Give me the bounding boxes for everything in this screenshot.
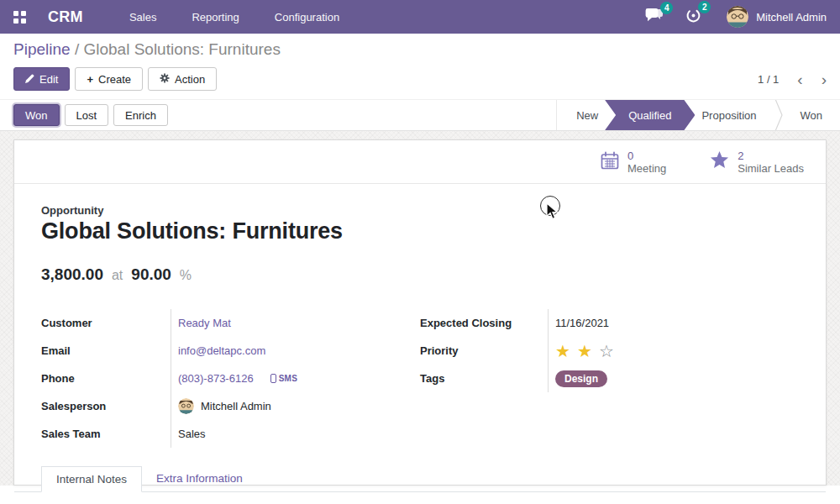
priority-star[interactable]: ☆ [599, 343, 614, 360]
amount-value: 3,800.00 [41, 265, 103, 284]
probability-value: 90.00 [131, 265, 171, 284]
phone-label: Phone [41, 365, 171, 392]
activities-button[interactable]: 2 [685, 8, 701, 27]
stage-proposition[interactable]: Proposition [684, 100, 774, 130]
priority-star[interactable]: ★ [555, 343, 570, 360]
breadcrumb: Pipeline / Global Solutions: Furnitures [13, 40, 827, 59]
calendar-icon [601, 151, 619, 173]
breadcrumb-separator: / [71, 40, 84, 58]
tab-extra-information[interactable]: Extra Information [142, 466, 257, 491]
notebook-tabs: Internal Notes Extra Information [14, 466, 826, 492]
expected-closing-value[interactable]: 11/16/2021 [555, 317, 609, 329]
sms-button[interactable]: SMS [270, 374, 298, 383]
stage-pipeline: New Qualified Proposition Won [556, 100, 840, 130]
record-type-label: Opportunity [41, 204, 799, 217]
messages-badge: 4 [660, 2, 673, 14]
salesperson-value[interactable]: Mitchell Admin [201, 400, 271, 412]
tab-internal-notes[interactable]: Internal Notes [41, 466, 142, 492]
percent-sign: % [180, 268, 192, 283]
sales-team-label: Sales Team [41, 420, 171, 448]
email-value[interactable]: info@deltapc.com [178, 344, 265, 357]
user-avatar[interactable] [727, 6, 748, 28]
opportunity-title: Global Solutions: Furnitures [41, 218, 799, 244]
at-label: at [112, 268, 123, 283]
meeting-label: Meeting [627, 162, 666, 175]
control-panel-buttons: Edit + Create Action 1 / 1 ‹ [13, 67, 827, 91]
pencil-icon [25, 73, 34, 86]
lost-button[interactable]: Lost [65, 104, 109, 126]
app-name[interactable]: CRM [48, 8, 83, 26]
enrich-button[interactable]: Enrich [113, 104, 168, 126]
action-button[interactable]: Action [148, 67, 217, 91]
expected-revenue: 3,800.00 at 90.00 % [41, 265, 799, 284]
priority-label: Priority [420, 337, 549, 365]
edit-button[interactable]: Edit [13, 67, 70, 91]
star-icon [710, 151, 729, 173]
priority-star[interactable]: ★ [577, 343, 592, 360]
salesperson-avatar [178, 398, 194, 414]
won-button[interactable]: Won [13, 104, 60, 126]
menu-reporting[interactable]: Reporting [174, 11, 256, 24]
salesperson-label: Salesperson [41, 392, 171, 420]
gear-icon [160, 73, 170, 86]
similar-leads-label: Similar Leads [738, 162, 804, 175]
stage-separator-icon [774, 100, 783, 130]
sales-team-value[interactable]: Sales [178, 428, 206, 440]
top-navbar: CRM Sales Reporting Configuration 4 2 [0, 0, 840, 34]
opportunity-sheet: 0 Meeting 2 Similar Leads Opportunity Gl… [13, 139, 827, 486]
phone-value[interactable]: (803)-873-6126 [178, 372, 254, 385]
breadcrumb-pipeline-link[interactable]: Pipeline [13, 40, 71, 58]
mouse-cursor-icon [546, 202, 559, 224]
control-panel: Pipeline / Global Solutions: Furnitures … [0, 34, 840, 99]
field-groups: Customer Ready Mat Email info@deltapc.co… [41, 309, 799, 448]
meeting-stat-button[interactable]: 0 Meeting [601, 150, 666, 175]
form-view-background: 0 Meeting 2 Similar Leads Opportunity Gl… [0, 131, 840, 486]
plus-icon: + [87, 73, 93, 86]
messages-button[interactable]: 4 [645, 8, 664, 26]
pager-next-icon[interactable]: › [822, 71, 827, 87]
expected-closing-label: Expected Closing [420, 309, 549, 337]
similar-leads-count: 2 [738, 150, 804, 162]
tags-label: Tags [420, 365, 549, 392]
sheet-body: Opportunity Global Solutions: Furnitures… [14, 184, 826, 448]
mobile-phone-icon [270, 374, 276, 383]
create-button[interactable]: + Create [75, 67, 143, 91]
activities-badge: 2 [698, 1, 711, 13]
tag-pill[interactable]: Design [555, 370, 607, 387]
navbar-right: 4 2 [623, 6, 827, 28]
breadcrumb-current: Global Solutions: Furnitures [83, 40, 280, 58]
apps-menu-icon[interactable] [13, 11, 26, 24]
menu-configuration[interactable]: Configuration [257, 11, 357, 24]
statusbar: Won Lost Enrich New Qualified Propositio… [0, 99, 840, 131]
menu-sales[interactable]: Sales [112, 11, 175, 24]
similar-leads-stat-button[interactable]: 2 Similar Leads [710, 150, 804, 175]
user-name[interactable]: Mitchell Admin [756, 11, 827, 24]
pager-value: 1 / 1 [758, 73, 779, 86]
stat-button-row: 0 Meeting 2 Similar Leads [14, 140, 826, 184]
stage-new[interactable]: New [559, 100, 616, 130]
meeting-count: 0 [627, 150, 666, 162]
stage-qualified[interactable]: Qualified [605, 100, 695, 130]
statusbar-buttons: Won Lost Enrich [13, 104, 168, 126]
customer-label: Customer [41, 309, 171, 337]
pager-prev-icon[interactable]: ‹ [797, 71, 802, 87]
customer-value[interactable]: Ready Mat [178, 317, 231, 329]
email-label: Email [41, 337, 171, 365]
stage-won[interactable]: Won [783, 100, 840, 130]
left-field-group: Customer Ready Mat Email info@deltapc.co… [41, 309, 420, 448]
right-field-group: Expected Closing 11/16/2021 Priority ★ ★… [420, 309, 799, 448]
pager: 1 / 1 ‹ › [758, 71, 827, 87]
priority-stars: ★ ★ ☆ [549, 337, 799, 365]
nav-menus: Sales Reporting Configuration [112, 11, 357, 24]
